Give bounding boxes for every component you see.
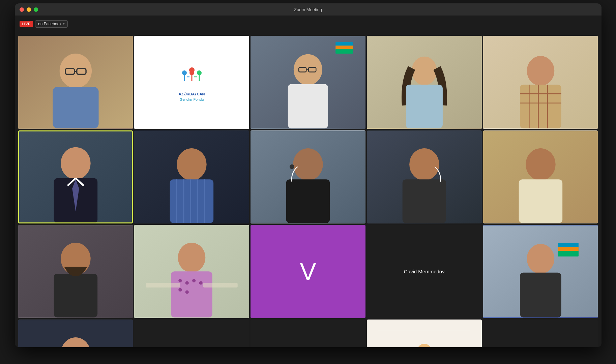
svg-rect-30 [520,85,561,128]
svg-point-55 [409,148,439,180]
participant-video-1 [18,36,133,129]
platform-label: on Facebook [38,22,61,26]
video-grid: AZƏRBAYCAN Gənclər Fondu [18,36,598,347]
participant-cell-gulnara: Gulnara Ələsgərova [251,320,365,347]
participant-cell-12[interactable] [134,225,249,318]
svg-point-53 [290,164,294,169]
svg-point-58 [526,148,556,180]
svg-point-2 [59,54,91,88]
cavid-name: Cavid Memmedov [401,266,447,277]
maximize-button[interactable] [34,7,38,12]
svg-point-10 [189,70,194,75]
participant-cell-rasad: Rəşad M. [483,320,598,347]
close-button[interactable] [20,7,24,12]
participant-cell-7[interactable] [134,130,249,224]
facebook-platform-button[interactable]: on Facebook ▾ [35,20,68,28]
live-badge-container[interactable]: LIVE on Facebook ▾ [20,20,68,28]
live-badge: LIVE [20,21,33,27]
participant-cell-16[interactable] [18,320,133,347]
svg-point-66 [179,279,182,282]
participant-cell-5[interactable] [483,36,598,129]
svg-rect-24 [335,49,353,54]
participant-cell-3[interactable] [251,36,365,129]
svg-point-69 [199,281,203,285]
participant-cell-8[interactable] [251,130,365,224]
svg-rect-62 [54,274,97,317]
svg-rect-73 [203,283,238,288]
svg-point-75 [527,244,554,274]
azerbaijan-logo: AZƏRBAYCAN Gənclər Fondu [178,63,205,101]
svg-point-8 [182,70,187,75]
svg-point-43 [177,148,207,180]
participant-cell-15[interactable] [483,225,598,318]
svg-rect-79 [558,251,578,256]
participant-cell-6-active[interactable] [18,130,133,224]
participant-cell-10[interactable] [483,130,598,224]
svg-rect-78 [558,247,578,251]
svg-point-51 [293,148,323,180]
logo-line2: Gənclər Fondu [180,98,204,101]
svg-point-26 [412,57,437,85]
v-initial: V [300,258,316,285]
traffic-lights [20,7,38,12]
zoom-window: Zoom Meeting LIVE on Facebook ▾ [15,3,602,347]
svg-point-67 [185,281,189,285]
participant-cell-11[interactable] [18,225,133,318]
titlebar: Zoom Meeting [15,3,602,16]
chevron-down-icon: ▾ [63,22,65,26]
participant-cell-logo: AZƏRBAYCAN Gənclər Fondu [134,36,249,129]
svg-point-29 [527,56,554,86]
svg-point-70 [179,288,182,292]
svg-rect-76 [520,273,561,317]
svg-rect-18 [288,84,328,128]
svg-rect-59 [519,179,562,223]
svg-rect-27 [406,85,443,128]
participant-cell-4[interactable] [367,36,482,129]
svg-point-12 [197,70,202,75]
logo-line1: AZƏRBAYCAN [179,92,205,96]
participant-cell-1[interactable] [18,36,133,129]
main-content: LIVE on Facebook ▾ [15,16,602,347]
participant-cell-illustration [367,320,482,347]
participant-cell-cavid: Cavid Memmedov [367,225,482,318]
svg-point-37 [61,147,91,179]
participant-cell-9[interactable] [367,130,482,224]
svg-point-64 [178,243,206,273]
window-title: Zoom Meeting [294,7,322,12]
svg-rect-23 [335,46,353,50]
minimize-button[interactable] [27,7,31,12]
participant-cell-v: V [251,225,365,318]
svg-rect-65 [171,272,212,317]
svg-rect-56 [403,179,446,223]
svg-rect-3 [53,87,98,128]
svg-rect-52 [286,179,330,223]
svg-point-68 [192,279,196,282]
svg-point-71 [185,291,189,294]
svg-rect-72 [146,283,180,288]
participant-cell-dot: . [134,320,249,347]
